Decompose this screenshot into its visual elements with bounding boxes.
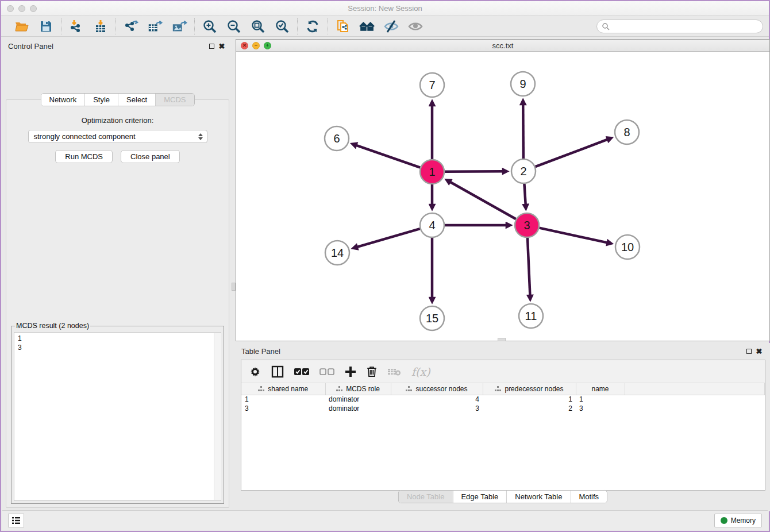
svg-text:1: 1 <box>429 165 435 178</box>
svg-text:11: 11 <box>525 310 537 322</box>
close-table-panel-icon[interactable]: ✖ <box>754 346 764 356</box>
delete-table-icon <box>387 367 401 376</box>
zoom-in-icon[interactable] <box>202 19 218 34</box>
dropdown-stepper-icon <box>197 132 205 141</box>
svg-text:6: 6 <box>333 132 340 145</box>
memory-status-icon <box>721 517 727 524</box>
application-window: Session: New Session <box>0 0 770 532</box>
graph-node-2[interactable]: 2 <box>511 159 536 183</box>
graph-node-4[interactable]: 4 <box>420 213 444 237</box>
close-panel-button[interactable]: Close panel <box>121 150 180 163</box>
criterion-value: strongly connected component <box>34 132 197 141</box>
graph-edge-3-10[interactable] <box>539 228 607 243</box>
export-table-icon[interactable] <box>147 19 163 34</box>
table-settings-icon[interactable] <box>249 366 261 377</box>
svg-text:8: 8 <box>623 126 630 138</box>
network-canvas[interactable]: 7968124314101511 <box>236 52 769 341</box>
tab-motifs[interactable]: Motifs <box>570 491 607 503</box>
table-row[interactable]: 1dominator411 <box>241 395 765 404</box>
mcds-panel-body: Optimization criterion: strongly connect… <box>6 99 229 508</box>
table-panel-title: Table Panel <box>241 347 280 356</box>
clone-network-icon[interactable] <box>335 19 351 34</box>
float-panel-icon[interactable] <box>206 41 217 51</box>
mcds-result-text: 1 3 <box>14 333 221 353</box>
graph-node-6[interactable]: 6 <box>325 126 349 151</box>
export-network-icon[interactable] <box>123 19 139 34</box>
graph-edge-4-14[interactable] <box>357 229 420 247</box>
refresh-icon[interactable] <box>305 19 321 34</box>
graph-node-3[interactable]: 3 <box>515 213 539 237</box>
column-header-name[interactable]: name <box>576 383 625 395</box>
graph-node-10[interactable]: 10 <box>615 235 640 259</box>
table-toolbar: f(x) <box>241 360 765 383</box>
graph-edge-2-8[interactable] <box>536 140 608 167</box>
memory-label: Memory <box>731 516 756 525</box>
column-header-predecessor-nodes[interactable]: predecessor nodes <box>483 383 576 395</box>
task-history-button[interactable] <box>8 514 24 527</box>
tab-network-table[interactable]: Network Table <box>506 491 570 503</box>
mcds-result-area[interactable]: 1 3 <box>14 332 221 501</box>
tab-select[interactable]: Select <box>118 94 155 106</box>
export-image-icon[interactable] <box>171 19 187 34</box>
network-view-window: ✕ − + scc.txt 7968124314101511 <box>236 39 770 341</box>
network-resize-grip[interactable] <box>498 338 506 341</box>
status-bar: Memory <box>2 510 768 530</box>
control-panel-title: Control Panel <box>8 42 53 51</box>
zoom-selected-icon[interactable] <box>274 19 290 34</box>
show-all-icon[interactable] <box>407 19 424 34</box>
delete-row-icon[interactable] <box>367 365 377 377</box>
graph-edge-3-11[interactable] <box>528 238 530 295</box>
graph-node-7[interactable]: 7 <box>420 73 444 97</box>
hierarchy-icon <box>258 386 264 392</box>
graph-node-9[interactable]: 9 <box>511 72 535 96</box>
home-layout-icon[interactable] <box>359 19 375 34</box>
graph-edge-2-3[interactable] <box>524 184 525 205</box>
split-columns-icon[interactable] <box>271 365 284 378</box>
svg-text:9: 9 <box>519 78 526 90</box>
add-row-icon[interactable] <box>345 366 356 377</box>
open-file-icon[interactable] <box>14 19 30 34</box>
tab-mcds[interactable]: MCDS <box>155 94 194 106</box>
graph-node-1[interactable]: 1 <box>420 160 444 184</box>
zoom-fit-icon[interactable] <box>250 19 266 34</box>
tab-edge-table[interactable]: Edge Table <box>452 491 506 503</box>
mcds-result-group: MCDS result (2 nodes) 1 3 <box>11 322 224 504</box>
import-network-icon[interactable] <box>68 19 84 34</box>
graph-node-14[interactable]: 14 <box>325 241 349 265</box>
graph-node-15[interactable]: 15 <box>420 306 444 330</box>
import-table-icon[interactable] <box>93 19 109 34</box>
tab-style[interactable]: Style <box>84 94 118 106</box>
criterion-dropdown[interactable]: strongly connected component <box>28 130 207 143</box>
run-mcds-button[interactable]: Run MCDS <box>55 150 113 163</box>
search-field[interactable] <box>596 20 763 33</box>
network-window-titlebar: ✕ − + scc.txt <box>236 40 769 52</box>
hide-selected-icon[interactable] <box>383 19 399 34</box>
memory-button[interactable]: Memory <box>714 514 762 527</box>
graph-edge-2-9[interactable] <box>523 105 523 159</box>
graph-node-11[interactable]: 11 <box>519 304 543 328</box>
column-header-MCDS-role[interactable]: MCDS role <box>325 383 391 395</box>
svg-text:15: 15 <box>426 312 438 325</box>
graph-edge-1-6[interactable] <box>356 145 420 168</box>
result-scrollbar[interactable] <box>214 333 220 500</box>
close-panel-icon[interactable]: ✖ <box>217 41 227 51</box>
save-session-icon[interactable] <box>38 19 54 34</box>
optimization-criterion-label: Optimization criterion: <box>6 116 229 125</box>
search-input[interactable] <box>610 22 758 30</box>
tab-network[interactable]: Network <box>41 94 84 106</box>
svg-text:7: 7 <box>429 79 435 91</box>
column-header-shared-name[interactable]: shared name <box>241 383 325 395</box>
select-all-columns-icon[interactable] <box>294 368 309 376</box>
svg-text:2: 2 <box>520 165 526 178</box>
svg-text:10: 10 <box>621 241 634 253</box>
zoom-out-icon[interactable] <box>226 19 242 34</box>
tab-node-table[interactable]: Node Table <box>399 491 453 503</box>
splitter-grip[interactable] <box>232 283 236 291</box>
graph-edge-3-1[interactable] <box>450 182 515 219</box>
table-row[interactable]: 3dominator323 <box>241 404 765 413</box>
float-table-panel-icon[interactable] <box>744 346 754 356</box>
graph-edge-1-2[interactable] <box>445 171 503 172</box>
column-header-successor-nodes[interactable]: successor nodes <box>391 383 483 395</box>
graph-node-8[interactable]: 8 <box>615 120 639 144</box>
deselect-all-columns-icon[interactable] <box>319 368 334 376</box>
